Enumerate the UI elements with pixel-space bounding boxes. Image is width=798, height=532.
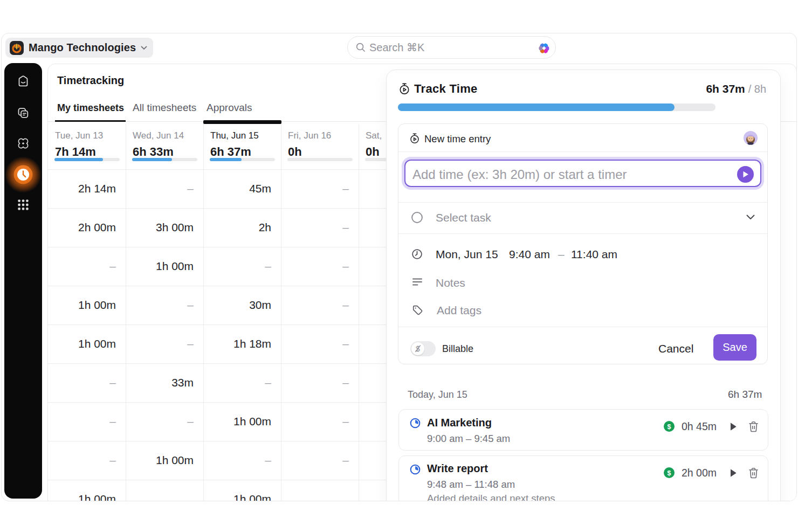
svg-text:$: $ (668, 423, 671, 431)
svg-text:$: $ (668, 469, 671, 477)
